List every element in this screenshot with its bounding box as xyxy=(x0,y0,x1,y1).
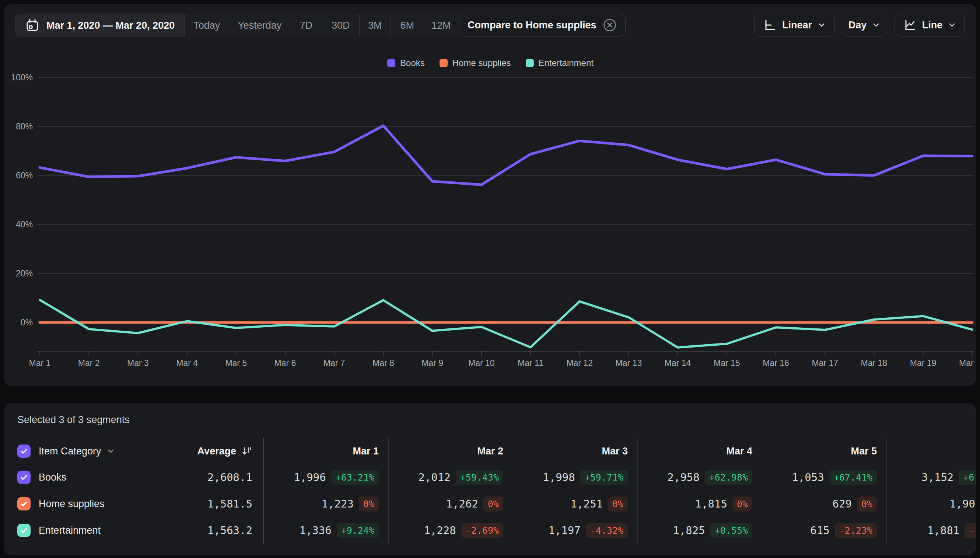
day-cell: 1,2230% xyxy=(264,491,389,517)
preset-yesterday[interactable]: Yesterday xyxy=(229,14,290,37)
svg-text:Mar 13: Mar 13 xyxy=(616,358,642,368)
preset-today[interactable]: Today xyxy=(184,14,229,37)
table-header-row: Item Category Average Mar 1 Mar 2 Mar 3 … xyxy=(4,438,976,464)
cell-value: 1,996 xyxy=(293,471,326,484)
entertainment-swatch xyxy=(526,59,534,67)
day-cell-clipped: 1,881- xyxy=(887,517,976,543)
delta-badge: 0% xyxy=(483,496,503,512)
remove-compare-icon[interactable] xyxy=(602,18,617,33)
svg-text:20%: 20% xyxy=(16,269,33,278)
svg-text:Mar 18: Mar 18 xyxy=(861,358,888,368)
day-cell: 1,336+9.24% xyxy=(264,517,389,543)
day-cell: 1,825+0.55% xyxy=(638,517,762,543)
svg-text:Mar 20: Mar 20 xyxy=(959,358,976,368)
preset-today-label: Today xyxy=(193,20,220,31)
chevron-down-icon xyxy=(872,21,880,30)
day-header-cell: Mar 4 xyxy=(638,438,762,464)
day-header-label: Mar 2 xyxy=(477,446,503,457)
row-label-cell: Home supplies xyxy=(4,491,185,517)
preset-6m[interactable]: 6M xyxy=(390,14,424,37)
granularity-dropdown[interactable]: Day xyxy=(842,14,887,36)
preset-7d-label: 7D xyxy=(300,20,312,31)
chart-legend: Books Home supplies Entertainment xyxy=(4,58,976,68)
entertainment-checkbox[interactable] xyxy=(17,524,31,537)
delta-badge: 0% xyxy=(608,496,628,512)
delta-badge: -2.23% xyxy=(835,523,877,538)
average-header-cell[interactable]: Average xyxy=(185,438,264,464)
average-cell: 1,581.5 xyxy=(185,491,264,517)
granularity-dropdown-label: Day xyxy=(849,20,867,31)
cell-value: 1,815 xyxy=(695,497,727,510)
svg-text:Mar 6: Mar 6 xyxy=(274,358,296,368)
day-header-cell: Mar 5 xyxy=(762,438,887,464)
scale-dropdown-label: Linear xyxy=(782,20,812,31)
day-cell: 1,2510% xyxy=(513,491,638,517)
svg-text:Mar 15: Mar 15 xyxy=(714,358,740,368)
row-label: Home supplies xyxy=(39,498,105,510)
scale-dropdown[interactable]: Linear xyxy=(754,14,835,36)
svg-text:Mar 4: Mar 4 xyxy=(176,358,198,368)
svg-text:Mar 14: Mar 14 xyxy=(665,358,691,368)
category-header[interactable]: Item Category xyxy=(39,446,115,457)
home-supplies-checkbox[interactable] xyxy=(17,497,31,510)
date-range-label: Mar 1, 2020 — Mar 20, 2020 xyxy=(46,20,175,31)
day-header-label: Mar 4 xyxy=(726,446,752,457)
chart-type-dropdown[interactable]: Line xyxy=(895,14,965,36)
compare-chip-label: Compare to Home supplies xyxy=(467,20,597,31)
day-header-label: Mar 5 xyxy=(851,446,877,457)
row-label-cell: Books xyxy=(4,464,185,491)
cell-value: 1,223 xyxy=(322,497,354,510)
table-row: Entertainment 1,563.2 1,336+9.24% 1,228-… xyxy=(4,517,976,543)
delta-badge: +67.41% xyxy=(829,470,877,485)
legend-item-entertainment[interactable]: Entertainment xyxy=(526,58,593,68)
day-cell: 1,053+67.41% xyxy=(762,464,887,491)
sort-descending-icon xyxy=(241,446,252,457)
cell-value: 615 xyxy=(810,524,829,537)
table-row: Home supplies 1,581.5 1,2230% 1,2620% 1,… xyxy=(4,491,976,517)
svg-text:100%: 100% xyxy=(11,72,33,82)
compare-chip[interactable]: Compare to Home supplies xyxy=(459,14,626,36)
svg-text:Mar 17: Mar 17 xyxy=(812,358,838,368)
svg-text:60%: 60% xyxy=(16,171,33,180)
preset-12m[interactable]: 12M xyxy=(424,14,458,37)
delta-badge: +59.71% xyxy=(580,470,628,485)
delta-badge: -2.69% xyxy=(461,523,503,538)
preset-6m-label: 6M xyxy=(400,20,414,31)
legend-label: Entertainment xyxy=(539,58,593,68)
preset-7d[interactable]: 7D xyxy=(290,14,322,37)
preset-3m-label: 3M xyxy=(368,20,382,31)
date-range-button[interactable]: Mar 1, 2020 — Mar 20, 2020 xyxy=(15,14,184,37)
select-all-checkbox[interactable] xyxy=(17,445,31,458)
books-checkbox[interactable] xyxy=(17,471,31,484)
day-cell-clipped: 3,152+6 xyxy=(887,464,976,491)
day-cell-clipped: 1,90 xyxy=(887,491,976,517)
preset-3m[interactable]: 3M xyxy=(359,14,390,37)
category-header-cell: Item Category xyxy=(4,438,185,464)
cell-value: 1,881 xyxy=(927,524,959,537)
day-header-cell: Mar 1 xyxy=(264,438,389,464)
selected-segments-summary: Selected 3 of 3 segments xyxy=(17,414,130,426)
cell-value: 1,998 xyxy=(543,471,575,484)
chevron-down-icon xyxy=(947,21,956,30)
row-label-cell: Entertainment xyxy=(4,517,185,543)
delta-badge: +59.43% xyxy=(456,470,503,485)
svg-text:Mar 5: Mar 5 xyxy=(225,358,247,368)
day-cell: 1,8150% xyxy=(638,491,762,517)
svg-text:Mar 16: Mar 16 xyxy=(763,358,789,368)
legend-item-books[interactable]: Books xyxy=(387,58,425,68)
day-header-label: Mar 1 xyxy=(352,446,379,457)
cell-value: 2,958 xyxy=(667,471,699,484)
cell-value: 1,262 xyxy=(446,497,478,510)
preset-yesterday-label: Yesterday xyxy=(238,20,282,31)
row-label: Entertainment xyxy=(39,525,101,536)
day-cell: 6290% xyxy=(762,491,887,517)
cell-value: 2,012 xyxy=(418,471,450,484)
preset-12m-label: 12M xyxy=(431,20,451,31)
svg-text:Mar 2: Mar 2 xyxy=(78,358,100,368)
svg-text:40%: 40% xyxy=(16,220,33,229)
svg-text:Mar 10: Mar 10 xyxy=(468,358,495,368)
delta-badge: -4.32% xyxy=(586,523,628,538)
preset-30d[interactable]: 30D xyxy=(322,14,359,37)
calendar-icon xyxy=(25,18,40,33)
legend-item-home-supplies[interactable]: Home supplies xyxy=(439,58,511,68)
